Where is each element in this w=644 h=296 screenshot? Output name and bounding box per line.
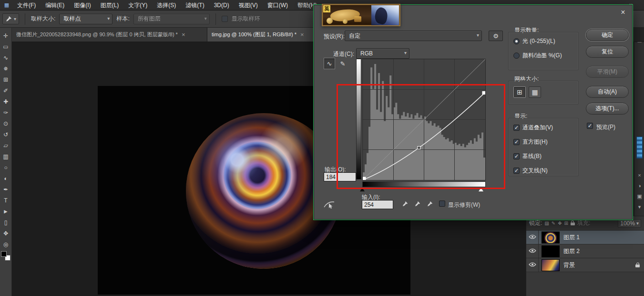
sample-dropdown[interactable]: 所有图层 ▾ <box>133 14 210 24</box>
checkbox-histogram[interactable]: ✓ <box>513 139 520 145</box>
radio-row-pigment[interactable]: 颜料/油墨 %(G) <box>513 52 573 60</box>
reset-button[interactable]: 复位 <box>586 46 629 58</box>
layer-row-background[interactable]: 背景 <box>526 258 644 272</box>
show-ring-checkbox[interactable] <box>222 16 228 22</box>
checkbox-baseline[interactable]: ✓ <box>513 153 520 159</box>
lock-transparency-icon[interactable]: ▨ <box>544 221 549 226</box>
banner-badge: 英 <box>323 5 330 12</box>
preset-options-button[interactable]: ⚙ <box>489 31 503 41</box>
sample-size-dropdown[interactable]: 取样点 ▾ <box>59 14 112 24</box>
layer-thumbnail-layer-1[interactable] <box>542 232 560 243</box>
foreground-color-swatch[interactable] <box>1 251 7 257</box>
type-tool[interactable]: T <box>1 196 10 205</box>
gradient-tool[interactable]: ▥ <box>1 152 10 161</box>
dialog-close-button[interactable]: × <box>618 8 628 17</box>
panel-box-icon[interactable]: ▣ <box>637 194 642 199</box>
smooth-button[interactable]: 平滑(M) <box>586 66 629 78</box>
quick-selection-tool[interactable]: ✵ <box>1 64 10 73</box>
active-tool-chip[interactable]: ▾ <box>2 13 19 24</box>
cb-row-histogram[interactable]: ✓直方图(H) <box>513 138 573 146</box>
color-swatches[interactable] <box>1 251 10 261</box>
visibility-toggle-background[interactable] <box>526 258 539 272</box>
banner-character-art <box>371 5 399 26</box>
lock-pixels-icon[interactable]: ✎ <box>552 221 555 226</box>
menu-item-type[interactable]: 文字(Y) <box>123 0 152 11</box>
game-overlay-banner: 英 <box>322 4 400 26</box>
visibility-toggle-layer-2[interactable] <box>526 244 539 258</box>
cb-row-intersection[interactable]: ✓交叉线(N) <box>513 167 573 175</box>
panel-caret-icon[interactable]: ▾ <box>638 204 641 210</box>
options-button[interactable]: 选项(T)... <box>586 103 629 115</box>
auto-button[interactable]: 自动(A) <box>586 86 629 98</box>
hand-tool[interactable]: ✥ <box>1 229 10 238</box>
radio-pigment[interactable] <box>513 53 520 59</box>
close-icon[interactable]: × <box>182 31 185 38</box>
crop-tool[interactable]: ⊞ <box>1 75 10 84</box>
white-point-eyedropper-button[interactable] <box>425 199 435 209</box>
menu-item-image[interactable]: 图像(I) <box>69 0 95 11</box>
targeted-adjustment-tool-button[interactable] <box>323 199 336 211</box>
healing-brush-tool[interactable]: ✚ <box>1 97 10 106</box>
channel-dropdown[interactable]: RGB ▾ <box>356 48 409 59</box>
lock-artboard-icon[interactable]: ⊞ <box>564 221 568 226</box>
marquee-tool[interactable]: ▭ <box>1 42 10 51</box>
checkbox-channel-overlay[interactable]: ✓ <box>513 125 520 131</box>
tab-weixin[interactable]: 微信图片_20200528233948.png @ 90.9% (图层 0 拷贝… <box>12 28 207 42</box>
eraser-tool[interactable]: ▱ <box>1 141 10 150</box>
draw-curve-tool-button[interactable]: ✎ <box>338 59 348 68</box>
layer-thumbnail-layer-2[interactable] <box>542 245 560 257</box>
show-clip-checkbox[interactable] <box>439 201 445 207</box>
checkbox-intersection[interactable]: ✓ <box>513 168 520 174</box>
half-circle-icon[interactable]: ◑ <box>638 183 641 189</box>
tab-timg[interactable]: timg.jpg @ 100% (图层 1, RGB/8#) *× <box>207 28 316 42</box>
grid-fine-button[interactable]: ▦ <box>529 86 541 98</box>
input-value-field[interactable] <box>362 200 393 209</box>
layer-row-layer-1[interactable]: 图层 1 <box>526 231 644 244</box>
collapsed-panel-blue-icon[interactable] <box>636 137 643 159</box>
lock-position-icon[interactable]: ✥ <box>558 221 562 226</box>
radio-light[interactable] <box>513 38 520 44</box>
preview-checkbox[interactable]: ✓ <box>587 123 593 129</box>
move-tool[interactable]: ✛ <box>1 31 10 40</box>
radio-row-light[interactable]: 光 (0-255)(L) <box>513 37 573 45</box>
dodge-tool[interactable]: ◐ <box>1 174 10 183</box>
lock-all-icon[interactable] <box>571 221 575 226</box>
blur-tool[interactable]: ○ <box>1 163 10 172</box>
zoom-tool[interactable]: ◎ <box>1 240 10 249</box>
cb-row-baseline[interactable]: ✓基线(B) <box>513 152 573 160</box>
layer-thumbnail-background[interactable] <box>542 259 560 271</box>
pen-tool[interactable]: ✒ <box>1 185 10 194</box>
cb-row-channel-overlay[interactable]: ✓通道叠加(V) <box>513 124 573 132</box>
menu-item-3d[interactable]: 3D(D) <box>209 0 234 11</box>
annotation-rect <box>337 84 505 189</box>
menu-item-edit[interactable]: 编辑(E) <box>41 0 69 11</box>
menu-item-filter[interactable]: 滤镜(T) <box>181 0 209 11</box>
menu-item-select[interactable]: 选择(S) <box>152 0 181 11</box>
layer-row-layer-2[interactable]: 图层 2 <box>526 244 644 258</box>
ok-button[interactable]: 确定 <box>586 29 629 41</box>
visibility-toggle-layer-1[interactable] <box>526 231 539 244</box>
brush-tool[interactable]: ✑ <box>1 108 10 117</box>
menu-item-file[interactable]: 文件(F) <box>12 0 41 11</box>
panel-close-icon[interactable]: × <box>638 173 641 178</box>
close-icon[interactable]: × <box>300 31 304 38</box>
gray-point-eyedropper-button[interactable] <box>412 199 423 209</box>
menu-item-window[interactable]: 窗口(W) <box>263 0 293 11</box>
history-brush-tool[interactable]: ↺ <box>1 130 10 139</box>
sample-label: 样本: <box>116 15 129 23</box>
checkbox-label-histogram: 直方图(H) <box>522 138 548 146</box>
path-selection-tool[interactable]: ► <box>1 207 10 216</box>
banner-chest-icon <box>354 16 361 22</box>
fill-value-dropdown[interactable]: 100% ▾ <box>618 219 641 228</box>
lasso-tool[interactable]: ∿ <box>1 53 10 62</box>
shape-tool[interactable]: ▯ <box>1 218 10 227</box>
menu-item-layer[interactable]: 图层(L) <box>96 0 124 11</box>
black-point-eyedropper-button[interactable] <box>400 199 410 209</box>
check-icon: ✓ <box>514 125 519 130</box>
clone-stamp-tool[interactable]: ⊙ <box>1 119 10 128</box>
grid-coarse-button[interactable]: ⊞ <box>513 86 526 98</box>
edit-points-tool-button[interactable]: ∿ <box>324 58 335 69</box>
menu-item-view[interactable]: 视图(V) <box>234 0 263 11</box>
eyedropper-tool[interactable]: ✐ <box>1 86 10 95</box>
preset-dropdown[interactable]: 自定 ▾ <box>345 31 482 41</box>
